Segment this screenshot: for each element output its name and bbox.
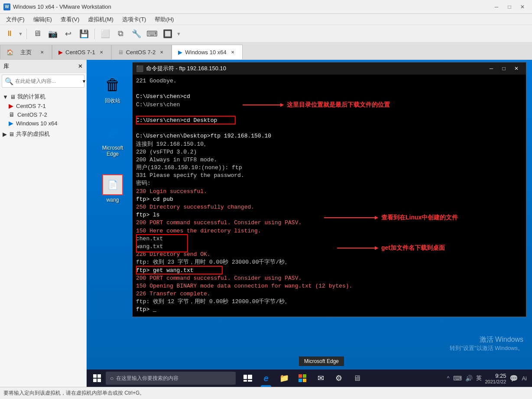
taskbar-volume-icon[interactable]: 🔊 <box>465 375 473 382</box>
tab-centos72[interactable]: 🖥 CentOS 7-2 ✕ <box>111 45 172 59</box>
cmd-line-27: 226 Transfer complete. <box>136 290 522 298</box>
taskbar-chevron-icon[interactable]: ^ <box>447 375 450 381</box>
menu-view[interactable]: 查看(V) <box>56 15 84 24</box>
notification-icon[interactable]: 💬 <box>509 374 518 383</box>
tab-home-label: 主页 <box>20 49 32 56</box>
tab-win10[interactable]: ▶ Windows 10 x64 ✕ <box>172 45 242 59</box>
taskbar-right: ^ ⌨ 🔊 英 9:25 2021/2/22 💬 Ai <box>447 373 530 384</box>
sidebar-my-computer-header[interactable]: ▼ 🖥 我的计算机 <box>0 92 86 101</box>
ai-label[interactable]: Ai <box>522 375 527 382</box>
menu-edit[interactable]: 编辑(E) <box>29 15 56 24</box>
sidebar-item-centos71[interactable]: ▶ CentOS 7-1 <box>0 101 86 110</box>
cmd-line-28: ftp: 收到 12 字节，用时 0.00秒 12000.00千字节/秒。 <box>136 298 522 306</box>
recycle-bin-icon: 🗑 <box>102 75 123 95</box>
tab-win10-close[interactable]: ✕ <box>229 49 236 56</box>
sidebar-item-centos72[interactable]: 🖥 CentOS 7-2 <box>0 110 86 119</box>
toolbar-view-button[interactable]: 🔲 <box>161 27 175 41</box>
taskbar-keyboard-icon[interactable]: ⌨ <box>453 375 462 382</box>
tab-home-close[interactable]: ✕ <box>39 49 45 56</box>
svg-rect-1 <box>97 374 101 378</box>
taskbar-search-bar[interactable]: ○ 在这里输入你要搜索的内容 <box>106 372 236 385</box>
cmd-titlebar: ⬛ 命令提示符 - ftp 192.168.150.10 ─ □ ✕ <box>133 62 526 75</box>
shared-label: 共享的虚拟机 <box>16 130 50 138</box>
sidebar-title: 库 <box>3 62 9 70</box>
cmd-line-11: 用户(192.168.150.10:(none)): ftp <box>136 164 522 172</box>
toolbar-pause-button[interactable]: ⏸ <box>3 27 16 41</box>
taskbar-app-console[interactable]: 🖥 <box>348 370 366 387</box>
mail-icon: ✉ <box>318 373 324 383</box>
cmd-line-14: 230 Login successful. <box>136 188 522 196</box>
cmd-line-22: 226 Directory send OK. <box>136 251 522 258</box>
sidebar-search-container[interactable]: 🔍 ▼ <box>2 75 84 88</box>
desktop-icon-wang[interactable]: 📄 wang <box>95 173 130 205</box>
search-input[interactable] <box>15 78 80 84</box>
search-dropdown-icon[interactable]: ▼ <box>82 79 86 84</box>
annotation-cd-desktop: ► 这里目录位置就是最后下载文件的位置 <box>243 101 390 109</box>
taskbar-search-icon: ○ <box>110 375 114 382</box>
tab-centos72-close[interactable]: ✕ <box>158 49 165 56</box>
taskbar-app-task-view[interactable] <box>239 370 256 387</box>
main-layout: 库 ✕ 🔍 ▼ ▼ 🖥 我的计算机 ▶ CentOS 7-1 🖥 <box>0 60 532 387</box>
svg-rect-5 <box>248 375 252 379</box>
content-area[interactable]: 🗑 回收站 📄 chen ℯ Microsoft Edge 📄 wang ⬛ <box>87 60 532 387</box>
desktop-icon-recycle[interactable]: 🗑 回收站 <box>95 73 130 106</box>
toolbar-snapshot-button[interactable]: 📷 <box>46 27 60 41</box>
recycle-bin-label: 回收站 <box>105 97 120 105</box>
taskbar-lang-label[interactable]: 英 <box>476 374 482 382</box>
sidebar-group-my-computer: ▼ 🖥 我的计算机 ▶ CentOS 7-1 🖥 CentOS 7-2 ▶ Wi… <box>0 91 86 128</box>
svg-rect-0 <box>93 374 97 378</box>
svg-rect-2 <box>93 379 97 382</box>
cmd-content[interactable]: 221 Goodbye. C:\Users\chen>cd C:\Users\c… <box>133 75 526 317</box>
sidebar-item-win10[interactable]: ▶ Windows 10 x64 <box>0 119 86 128</box>
desktop-icon-edge[interactable]: ℯ Microsoft Edge <box>95 121 130 159</box>
taskbar-app-store[interactable] <box>294 370 311 387</box>
tab-centos71[interactable]: ▶ CentOS 7-1 ✕ <box>52 45 111 59</box>
toolbar-suspend-button[interactable]: 💾 <box>77 27 91 41</box>
annotation-linux-files: ► 查看到在Linux中创建的文件 <box>324 214 458 222</box>
taskbar-app-mail[interactable]: ✉ <box>312 370 329 387</box>
close-button[interactable]: ✕ <box>516 3 529 11</box>
taskbar-app-explorer[interactable]: 📁 <box>276 370 293 387</box>
svg-rect-11 <box>303 379 306 382</box>
vm-icon-win10: ▶ <box>9 120 13 127</box>
tab-home-icon: 🏠 <box>6 49 13 56</box>
taskbar-app-settings[interactable]: ⚙ <box>330 370 347 387</box>
menu-vm[interactable]: 虚拟机(M) <box>84 15 118 24</box>
cmd-maximize[interactable]: □ <box>498 64 510 73</box>
minimize-button[interactable]: ─ <box>490 3 503 11</box>
sidebar-close-icon[interactable]: ✕ <box>78 63 83 69</box>
toolbar-monitor-button[interactable]: 🖥 <box>30 27 44 41</box>
cmd-window: ⬛ 命令提示符 - ftp 192.168.150.10 ─ □ ✕ 221 G… <box>132 62 526 317</box>
activation-line2: 转到"设置"以激活 Windows。 <box>450 344 523 352</box>
clock-date: 2021/2/22 <box>485 379 506 384</box>
cmd-title: 命令提示符 - ftp 192.168.150.10 <box>146 65 485 72</box>
tab-home[interactable]: 🏠 主页 ✕ <box>0 45 52 59</box>
tab-centos71-close[interactable]: ✕ <box>98 49 105 56</box>
toolbar-console-button[interactable]: ⌨ <box>145 27 159 41</box>
svg-rect-4 <box>243 375 247 379</box>
menu-file[interactable]: 文件(F) <box>2 15 29 24</box>
cmd-line-16: 250 Directory successfully changed. <box>136 203 522 211</box>
tab-win10-icon: ▶ <box>178 49 182 56</box>
maximize-button[interactable]: □ <box>503 3 516 11</box>
taskbar-app-edge[interactable]: e <box>257 370 275 387</box>
wang-label: wang <box>107 197 119 203</box>
toolbar-revert-button[interactable]: ↩ <box>62 27 75 41</box>
toolbar-fullscreen-button[interactable]: ⬜ <box>98 27 112 41</box>
cmd-line-8: 连接到 192.168.150.10。 <box>136 141 522 148</box>
start-button[interactable] <box>88 370 106 387</box>
sidebar-shared-header[interactable]: ▶ 🖥 共享的虚拟机 <box>0 129 86 139</box>
menu-help[interactable]: 帮助(H) <box>150 15 178 24</box>
cmd-line-26: 150 Opening BINARY mode data connection … <box>136 282 522 290</box>
tab-centos72-icon: 🖥 <box>118 49 123 56</box>
cmd-close[interactable]: ✕ <box>510 64 522 73</box>
cmd-minimize[interactable]: ─ <box>485 64 497 73</box>
desktop-area[interactable]: 🗑 回收站 📄 chen ℯ Microsoft Edge 📄 wang ⬛ <box>87 60 532 387</box>
menu-tab[interactable]: 选项卡(T) <box>118 15 151 24</box>
sidebar-item-win10-label: Windows 10 x64 <box>16 120 57 127</box>
toolbar-settings-button[interactable]: 🔧 <box>130 27 143 41</box>
shared-expand-icon: ▶ <box>3 131 7 137</box>
edge-tooltip: Microsoft Edge <box>299 356 344 366</box>
toolbar-unity-button[interactable]: ⧉ <box>114 27 128 41</box>
taskbar-clock[interactable]: 9:25 2021/2/22 <box>485 373 506 384</box>
